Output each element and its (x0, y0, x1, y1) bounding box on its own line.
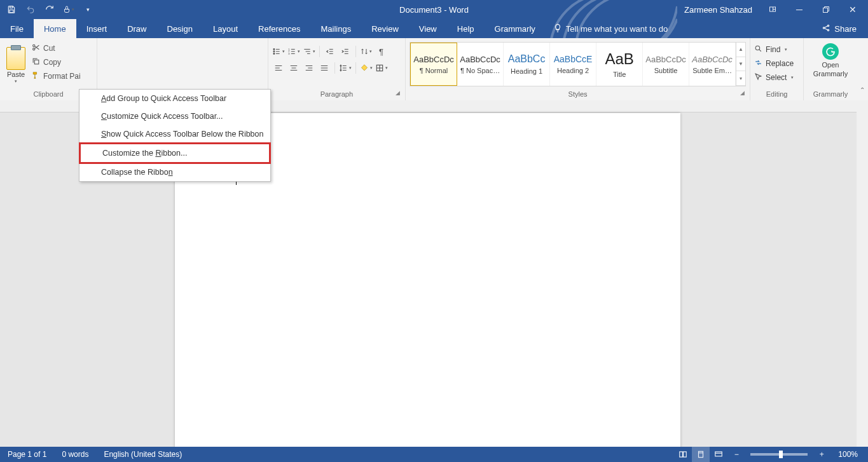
styles-gallery[interactable]: AaBbCcDc¶ NormalAaBbCcDc¶ No Spac…AaBbCc… (410, 42, 746, 86)
line-spacing-icon[interactable] (339, 62, 352, 74)
close-icon[interactable]: ✕ (840, 0, 865, 19)
share-button[interactable]: Share (822, 19, 868, 38)
cut-button[interactable]: Cut (32, 42, 81, 55)
svg-point-8 (33, 48, 35, 50)
select-button[interactable]: Select ▾ (754, 71, 799, 84)
chevron-up-icon[interactable]: ▲ (736, 43, 745, 57)
save-icon[interactable] (5, 3, 18, 16)
tab-draw[interactable]: Draw (117, 19, 156, 38)
more-styles-icon[interactable]: ▾ (736, 71, 745, 86)
decrease-indent-icon[interactable] (324, 45, 336, 58)
dialog-launcher-icon[interactable]: ◢ (396, 90, 400, 96)
customize-qat-icon[interactable]: ▾ (81, 3, 94, 16)
style-item[interactable]: AaBbCcEHeading 2 (550, 43, 596, 86)
svg-rect-19 (715, 452, 722, 456)
grammarly-group-label: Grammarly (808, 88, 853, 100)
styles-group-label: Styles ◢ (410, 88, 746, 100)
maximize-icon[interactable] (813, 0, 839, 19)
gallery-spinner[interactable]: ▲▼▾ (736, 43, 745, 86)
cut-label: Cut (43, 44, 55, 53)
group-styles: AaBbCcDc¶ NormalAaBbCcDc¶ No Spac…AaBbCc… (406, 38, 750, 100)
context-menu-item[interactable]: Customize Quick Access Toolbar... (79, 107, 270, 125)
group-paragraph: 123 ¶ (268, 38, 406, 100)
user-name[interactable]: Zarmeen Shahzad (684, 5, 759, 15)
tab-review[interactable]: Review (361, 19, 409, 38)
style-item[interactable]: AaBbCcDcSubtitle (643, 43, 689, 86)
zoom-slider[interactable] (750, 453, 808, 456)
status-language[interactable]: English (United States) (96, 450, 189, 459)
chevron-down-icon[interactable]: ▼ (736, 57, 745, 72)
svg-point-17 (755, 46, 760, 50)
tab-grammarly[interactable]: Grammarly (485, 19, 546, 38)
print-layout-icon[interactable] (692, 447, 710, 462)
tab-help[interactable]: Help (447, 19, 485, 38)
web-layout-icon[interactable] (710, 447, 727, 462)
align-left-icon[interactable] (272, 62, 285, 74)
zoom-out-icon[interactable]: − (727, 447, 745, 462)
undo-icon[interactable] (24, 3, 37, 16)
align-right-icon[interactable] (303, 62, 315, 74)
open-grammarly-label1: Open (822, 61, 839, 69)
tab-mailings[interactable]: Mailings (311, 19, 362, 38)
bulleted-list-icon[interactable] (272, 45, 285, 58)
style-item[interactable]: AaBTitle (596, 43, 643, 86)
ribbon-display-options-icon[interactable] (760, 0, 785, 19)
minimize-icon[interactable]: ─ (787, 0, 812, 19)
style-item[interactable]: AaBbCcDc¶ No Spac… (457, 43, 504, 86)
shading-icon[interactable] (360, 62, 373, 74)
tell-me-search[interactable]: Tell me what you want to do (546, 19, 668, 38)
tab-references[interactable]: References (248, 19, 310, 38)
numbered-list-icon[interactable]: 123 (287, 45, 300, 58)
borders-icon[interactable] (375, 62, 388, 74)
style-item[interactable]: AaBbCcDcSubtle Em… (689, 43, 736, 86)
tab-view[interactable]: View (409, 19, 447, 38)
copy-icon (32, 57, 40, 67)
replace-icon (754, 58, 762, 69)
search-icon (754, 44, 762, 55)
paragraph-group-label: Paragraph ◢ (272, 88, 401, 100)
vertical-scrollbar[interactable] (857, 100, 868, 447)
find-button[interactable]: Find ▾ (754, 43, 799, 56)
justify-icon[interactable] (318, 62, 331, 74)
context-menu-item[interactable]: Add Group to Quick Access Toolbar (79, 90, 270, 107)
tab-file[interactable]: File (0, 19, 34, 38)
increase-indent-icon[interactable] (339, 45, 352, 58)
multilevel-list-icon[interactable] (303, 45, 315, 58)
show-marks-icon[interactable]: ¶ (375, 45, 388, 58)
tab-layout[interactable]: Layout (203, 19, 248, 38)
replace-button[interactable]: Replace (754, 57, 799, 70)
align-center-icon[interactable] (287, 62, 300, 74)
copy-button[interactable]: Copy (32, 56, 81, 69)
touch-mode-icon[interactable] (62, 3, 75, 16)
status-word-count[interactable]: 0 words (54, 450, 96, 459)
tab-insert[interactable]: Insert (76, 19, 118, 38)
format-painter-button[interactable]: Format Pai (32, 70, 81, 83)
tab-home[interactable]: Home (34, 19, 76, 38)
sort-icon[interactable] (360, 45, 373, 58)
style-item[interactable]: AaBbCcDc¶ Normal (410, 43, 457, 86)
zoom-level[interactable]: 100% (830, 450, 868, 459)
read-mode-icon[interactable] (674, 447, 692, 462)
share-icon (822, 24, 830, 34)
style-preview: AaBbCcDc (413, 55, 454, 64)
context-menu-item[interactable]: Collapse the Ribbon (79, 163, 270, 181)
highlighted-menu-item: Customize the Ribbon... (79, 142, 271, 164)
paste-button[interactable]: Paste ▾ (4, 41, 28, 88)
svg-rect-3 (823, 8, 828, 13)
redo-icon[interactable] (43, 3, 56, 16)
format-painter-icon (32, 71, 40, 81)
style-name: Heading 1 (511, 67, 542, 75)
open-grammarly-button[interactable]: Open Grammarly (808, 41, 853, 78)
tab-design[interactable]: Design (157, 19, 203, 38)
style-item[interactable]: AaBbCcHeading 1 (504, 43, 550, 86)
context-menu-item[interactable]: Customize the Ribbon... (81, 144, 269, 162)
status-page[interactable]: Page 1 of 1 (0, 450, 54, 459)
collapse-ribbon-icon[interactable]: ⌃ (857, 38, 868, 100)
style-preview: AaBbCcDc (645, 55, 686, 64)
paste-icon (6, 47, 25, 70)
dialog-launcher-icon[interactable]: ◢ (740, 90, 745, 96)
share-label: Share (834, 24, 857, 34)
zoom-in-icon[interactable]: + (813, 447, 830, 462)
context-menu-item[interactable]: Show Quick Access Toolbar Below the Ribb… (79, 125, 270, 143)
style-name: ¶ No Spac… (460, 67, 500, 74)
